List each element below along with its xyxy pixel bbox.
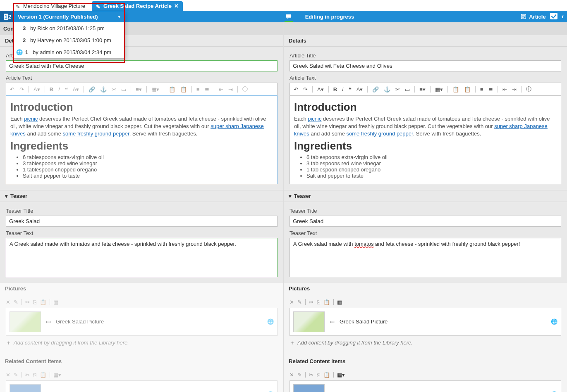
tab-mendocino[interactable]: Mendocino Village Picture	[12, 1, 89, 11]
link-picnic[interactable]: picnic	[24, 116, 38, 122]
paste-icon[interactable]: 📋	[323, 299, 330, 305]
paste-icon[interactable]: 📋	[167, 86, 177, 93]
delete-icon[interactable]: ✕	[6, 372, 10, 378]
cut-icon[interactable]: ✂	[25, 372, 30, 378]
edit-icon[interactable]: ✎	[297, 299, 302, 305]
link-icon[interactable]: 🔗	[371, 86, 380, 93]
article-text-editor[interactable]: Introduction Each picnic deserves the Pe…	[289, 95, 561, 184]
edit-icon[interactable]: ✎	[14, 372, 18, 378]
copy-icon[interactable]: ⎘	[33, 299, 36, 305]
anchor-icon[interactable]: ⚓	[99, 86, 108, 93]
approve-icon[interactable]	[550, 13, 557, 20]
undo-icon[interactable]: ↶	[9, 86, 16, 93]
picture-item[interactable]: ▭ Greek Salad Picture 🌐	[289, 308, 561, 336]
link-icon[interactable]: 🔗	[87, 86, 96, 93]
font-dropdown[interactable]: A▾	[32, 86, 41, 93]
add-icon[interactable]: ▦▾	[337, 372, 345, 378]
copy-icon[interactable]: ⎘	[317, 372, 320, 378]
add-icon[interactable]: ▦	[53, 299, 58, 305]
teaser-text-input[interactable]: A Greek salad made with tomatos and feta…	[289, 238, 561, 277]
delete-icon[interactable]: ✕	[6, 299, 10, 305]
delete-icon[interactable]: ✕	[289, 372, 294, 378]
article-title-input[interactable]	[289, 60, 561, 71]
paste2-icon[interactable]: 📋	[463, 86, 472, 93]
font-dropdown[interactable]: A▾	[316, 86, 325, 93]
table-icon[interactable]: ▦▾	[434, 86, 444, 93]
paste-icon[interactable]: 📋	[323, 372, 330, 378]
cut-icon[interactable]: ✂	[309, 372, 313, 378]
related-item[interactable]: ▭ A Perfect Picnic Article 🌐	[289, 380, 561, 392]
indent-icon[interactable]: ⇥	[227, 86, 234, 93]
paste-icon[interactable]: 📋	[40, 299, 46, 305]
ol-icon[interactable]: ≡	[479, 86, 485, 93]
ul-icon[interactable]: ≣	[203, 86, 211, 93]
version-dropdown-header[interactable]: Version 1 (Currently Published) ▾	[14, 11, 124, 22]
picture-name: Greek Salad Picture	[56, 318, 104, 325]
anchor-icon[interactable]: ⚓	[383, 86, 392, 93]
section-teaser[interactable]: ▾Teaser	[0, 190, 283, 202]
paste2-icon[interactable]: 📋	[179, 86, 188, 93]
image-icon[interactable]: ▭	[404, 86, 411, 93]
close-icon[interactable]: ✕	[174, 3, 179, 9]
paste-icon[interactable]: 📋	[40, 372, 46, 378]
cut-icon[interactable]: ✂	[25, 299, 30, 305]
indent-icon[interactable]: ⇥	[511, 86, 518, 93]
add-icon[interactable]: ▦	[337, 299, 342, 305]
link-pepper[interactable]: some freshly ground pepper	[62, 131, 129, 137]
comment-indicator-icon[interactable]	[281, 11, 296, 22]
plus-icon: ＋	[289, 339, 295, 347]
outdent-icon[interactable]: ⇤	[218, 86, 225, 93]
link-picnic[interactable]: picnic	[308, 116, 321, 122]
align-icon[interactable]: ≡▾	[134, 86, 143, 93]
info-icon[interactable]: ⓘ	[241, 85, 249, 94]
copy-icon[interactable]: ⎘	[33, 372, 36, 378]
teaser-title-input[interactable]	[289, 216, 561, 227]
version-item[interactable]: 🌐1by admin on 2015/03/04 2:34 pm	[14, 46, 124, 58]
ul-icon[interactable]: ≣	[487, 86, 494, 93]
bold-icon[interactable]: B	[332, 86, 338, 93]
picture-item[interactable]: ▭ Greek Salad Picture 🌐	[6, 308, 278, 336]
cut-icon[interactable]: ✂	[394, 86, 401, 93]
compare-split-icon[interactable]: 12	[0, 11, 15, 22]
info-icon[interactable]: ⓘ	[525, 85, 533, 94]
article-title-input[interactable]	[6, 60, 278, 71]
add-icon[interactable]: ▦▾	[53, 372, 61, 378]
align-icon[interactable]: ≡▾	[418, 86, 427, 93]
article-text-editor[interactable]: Introduction Each picnic deserves the Pe…	[6, 95, 278, 184]
edit-icon[interactable]: ✎	[297, 372, 302, 378]
teaser-text-input[interactable]: A Greek salad made with tomatos and feta…	[6, 238, 278, 277]
picture-name: Greek Salad Picture	[340, 318, 388, 325]
quote-icon[interactable]: ❝	[64, 86, 69, 93]
copy-icon[interactable]: ⎘	[317, 299, 320, 305]
redo-icon[interactable]: ↷	[18, 86, 25, 93]
image-icon[interactable]: ▭	[120, 86, 127, 93]
link-pepper[interactable]: some freshly ground pepper	[346, 131, 413, 137]
quote-icon[interactable]: ❝	[347, 86, 353, 93]
italic-icon[interactable]: I	[57, 86, 61, 93]
ol-icon[interactable]: ≡	[195, 86, 201, 93]
tab-greek-salad[interactable]: Greek Salad Recipe Article ✕	[92, 1, 183, 11]
article-type-button[interactable]: Article	[521, 14, 545, 20]
version-item[interactable]: 3by Rick on 2015/03/06 1:25 pm	[14, 22, 124, 34]
related-item[interactable]: ▭ A Perfect Picnic Article 🌐	[6, 380, 278, 392]
related-toolbar: ✕✎ ✂⎘📋▦▾	[289, 369, 561, 380]
cut-icon[interactable]: ✂	[110, 86, 117, 93]
font-color-icon[interactable]: A▾	[72, 86, 81, 93]
font-color-icon[interactable]: A▾	[355, 86, 364, 93]
paste-icon[interactable]: 📋	[451, 86, 460, 93]
collapse-icon[interactable]: ‹	[562, 13, 564, 20]
section-teaser[interactable]: ▾Teaser	[284, 190, 567, 202]
redo-icon[interactable]: ↷	[302, 86, 309, 93]
outdent-icon[interactable]: ⇤	[501, 86, 508, 93]
undo-icon[interactable]: ↶	[292, 86, 299, 93]
version-item[interactable]: 2by Harvey on 2015/03/05 1:00 pm	[14, 34, 124, 46]
italic-icon[interactable]: I	[341, 86, 345, 93]
teaser-title-input[interactable]	[6, 216, 278, 227]
edit-icon[interactable]: ✎	[14, 299, 18, 305]
bold-icon[interactable]: B	[48, 86, 55, 93]
cut-icon[interactable]: ✂	[309, 299, 313, 305]
delete-icon[interactable]: ✕	[289, 299, 294, 305]
table-icon[interactable]: ▦▾	[150, 86, 160, 93]
heading: Ingredients	[10, 140, 273, 152]
picture-type-icon: ▭	[46, 318, 51, 325]
